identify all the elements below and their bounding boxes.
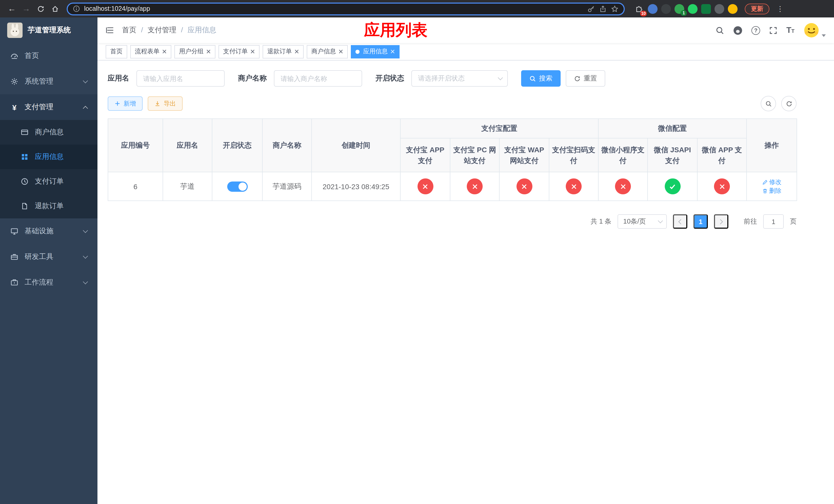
extension-icon-5[interactable] (701, 4, 711, 14)
close-icon[interactable] (250, 49, 255, 54)
refresh-table-button[interactable] (781, 96, 796, 111)
close-icon[interactable] (206, 49, 211, 54)
tab-pay-orders[interactable]: 支付订单 (219, 45, 260, 58)
breadcrumb-payment[interactable]: 支付管理 (148, 26, 188, 35)
password-key-icon[interactable] (587, 5, 595, 13)
breadcrumb-current: 应用信息 (188, 26, 216, 35)
browser-home-button[interactable] (48, 2, 62, 15)
navbar-actions: ? TT (716, 22, 826, 39)
bookmark-star-icon[interactable] (611, 5, 619, 13)
export-button[interactable]: 导出 (148, 96, 182, 111)
url-text[interactable]: localhost:1024/pay/app (84, 5, 583, 12)
tab-user-group[interactable]: 用户分组 (174, 45, 215, 58)
breadcrumb-home[interactable]: 首页 (122, 26, 148, 35)
col-app-id: 应用编号 (108, 119, 163, 172)
site-info-icon[interactable] (73, 5, 80, 12)
reset-button[interactable]: 重置 (566, 70, 605, 87)
workflow-icon (10, 278, 19, 287)
col-group-wechat: 微信配置 (598, 119, 747, 138)
url-bar[interactable]: localhost:1024/pay/app (67, 2, 625, 15)
chevron-down-icon (658, 218, 663, 223)
font-size-icon[interactable]: TT (786, 26, 794, 35)
goto-page-input[interactable] (763, 214, 784, 229)
dashboard-icon (10, 52, 19, 60)
extension-icon-6[interactable] (715, 4, 724, 14)
close-icon[interactable] (390, 49, 395, 54)
app-logo[interactable]: 芋道管理系统 (0, 18, 97, 43)
extension-icon-7[interactable] (728, 4, 738, 14)
tab-app-info[interactable]: 应用信息 (351, 45, 399, 58)
cell-status (212, 172, 262, 201)
app-title: 芋道管理系统 (28, 26, 71, 35)
tab-label: 退款订单 (267, 47, 292, 56)
wechat-mini-status-icon (615, 178, 631, 194)
share-icon[interactable] (599, 5, 607, 13)
sidebar-item-label: 商户信息 (35, 128, 64, 137)
sidebar-item-refund-orders[interactable]: 退款订单 (0, 194, 97, 219)
tab-merchant-info[interactable]: 商户信息 (307, 45, 348, 58)
sidebar-item-home[interactable]: 首页 (0, 43, 97, 69)
extension-icon-1[interactable] (648, 4, 658, 14)
alipay-qr-status-icon (566, 178, 581, 194)
extension-icon-2[interactable] (661, 4, 671, 14)
merchant-name-input[interactable] (274, 70, 362, 87)
page-1-button[interactable]: 1 (694, 214, 708, 229)
toolbox-icon (10, 253, 19, 261)
edit-button[interactable]: 修改 (762, 178, 782, 186)
browser-back-button[interactable]: ← (5, 2, 19, 15)
hamburger-icon[interactable] (106, 26, 115, 35)
col-alipay-pc: 支付宝 PC 网站支付 (450, 138, 499, 172)
tab-process-form[interactable]: 流程表单 (130, 45, 171, 58)
card-icon (21, 128, 29, 136)
tab-label: 流程表单 (135, 47, 159, 56)
extensions-puzzle-icon[interactable]: 10 (633, 3, 644, 14)
status-select[interactable]: 请选择开启状态 (411, 70, 508, 87)
user-menu[interactable] (803, 22, 826, 39)
toggle-search-button[interactable] (761, 96, 776, 111)
sidebar-item-dev-tools[interactable]: 研发工具 (0, 244, 97, 270)
back-icon: ← (8, 5, 16, 13)
browser-forward-button[interactable]: → (20, 2, 33, 15)
col-wechat-app: 微信 APP 支付 (697, 138, 747, 172)
search-icon[interactable] (716, 26, 724, 35)
page-unit-label: 页 (790, 217, 796, 226)
sidebar-item-pay-orders[interactable]: 支付订单 (0, 169, 97, 194)
extension-icon-3[interactable]: 1 (675, 4, 684, 14)
pagination-total: 共 1 条 (591, 217, 611, 226)
sidebar-item-infra[interactable]: 基础设施 (0, 219, 97, 244)
sidebar-item-system[interactable]: 系统管理 (0, 69, 97, 94)
yen-icon: ¥ (10, 103, 19, 111)
sidebar-item-workflow[interactable]: 工作流程 (0, 270, 97, 295)
prev-page-button[interactable] (673, 214, 687, 229)
status-toggle[interactable] (227, 181, 247, 191)
col-wechat-jsapi: 微信 JSAPI 支付 (648, 138, 697, 172)
tab-home[interactable]: 首页 (106, 45, 127, 58)
app-name-input[interactable] (136, 70, 225, 87)
close-icon[interactable] (338, 49, 343, 54)
extension-badge-green: 1 (681, 10, 687, 16)
close-icon[interactable] (162, 49, 167, 54)
browser-window: ← → localhost:1024/pay/app 10 1 (0, 0, 834, 504)
help-icon[interactable]: ? (751, 26, 760, 35)
tab-refund-orders[interactable]: 退款订单 (263, 45, 304, 58)
close-icon[interactable] (294, 49, 299, 54)
sidebar-item-app-info[interactable]: 应用信息 (0, 144, 97, 169)
col-wechat-mini: 微信小程序支付 (598, 138, 648, 172)
next-page-button[interactable] (714, 214, 728, 229)
sidebar-item-merchant-info[interactable]: 商户信息 (0, 120, 97, 144)
add-button[interactable]: 新增 (108, 96, 142, 111)
page-size-select[interactable]: 10条/页 (618, 214, 667, 229)
browser-update-button[interactable]: 更新 (745, 3, 769, 14)
search-button[interactable]: 搜索 (521, 70, 561, 87)
browser-reload-button[interactable] (34, 2, 47, 15)
delete-button[interactable]: 删除 (762, 186, 782, 195)
grid-icon (21, 153, 29, 161)
github-icon[interactable] (733, 25, 743, 35)
extension-icon-4[interactable] (688, 4, 698, 14)
wechat-app-status-icon (714, 178, 730, 194)
sidebar-item-payment[interactable]: ¥ 支付管理 (0, 94, 97, 120)
logo-avatar (7, 23, 23, 38)
alipay-app-status-icon (417, 178, 433, 194)
fullscreen-icon[interactable] (769, 26, 777, 35)
browser-menu-icon[interactable]: ⋮ (774, 5, 786, 13)
